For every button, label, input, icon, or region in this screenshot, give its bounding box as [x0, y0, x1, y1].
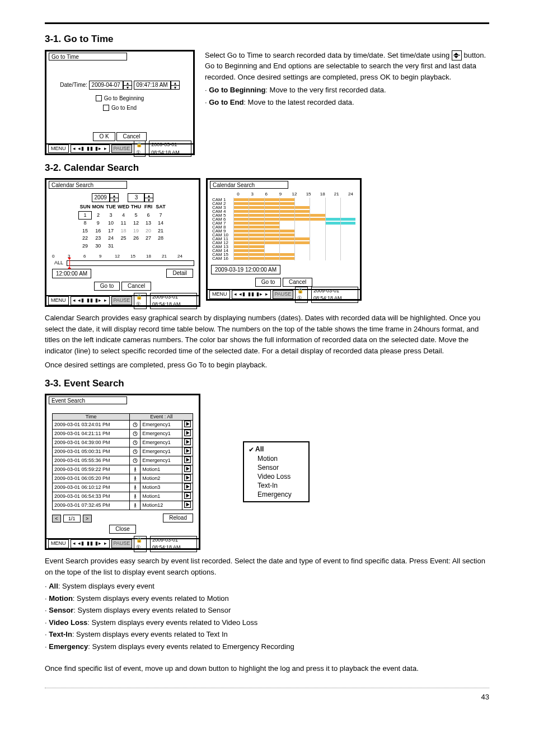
- filter-all[interactable]: All: [255, 445, 264, 453]
- top-rule: [45, 22, 489, 24]
- time-readout: 12:00:00 AM: [52, 269, 91, 278]
- svg-point-18: [134, 503, 135, 505]
- status-bar: MENU ◂ ◂▮ ▮▮ ▮▸ ▸ PAUSE 🔒① 2009-03-01 08…: [46, 538, 199, 548]
- event-filter-popup[interactable]: ✔All Motion Sensor Video Loss Text-In Em…: [243, 441, 310, 502]
- lock-icon: 🔒①: [134, 536, 147, 552]
- status-bar: MENU ◂ ◂▮ ▮▮ ▮▸ ▸ PAUSE 🔒① 2009-03-01 08…: [208, 289, 360, 299]
- time-spinner-icon[interactable]: ▴▾: [171, 81, 180, 90]
- status-bar: MENU ◂ ◂▮ ▮▮ ▮▸ ▸ PAUSE 🔒① 2009-03-01 08…: [46, 143, 193, 153]
- camera-timeline-chart: CAM 1CAM 2CAM 3CAM 4CAM 5CAM 6CAM 7CAM 8…: [210, 197, 358, 263]
- camera-hour-labels: 03691215182124: [231, 191, 358, 197]
- transport-controls[interactable]: ◂ ◂▮ ▮▮ ▮▸ ▸: [71, 296, 110, 305]
- filter-text-in[interactable]: Text-In: [249, 481, 292, 490]
- page-next-button[interactable]: >: [83, 515, 92, 522]
- year-field[interactable]: 2009: [92, 193, 110, 202]
- pause-indicator: PAUSE: [111, 144, 133, 153]
- cancel-button[interactable]: Cancel: [283, 278, 312, 287]
- status-bar: MENU ◂ ◂▮ ▮▮ ▮▸ ▸ PAUSE 🔒① 2009-03-01 08…: [46, 295, 199, 305]
- calendar-paragraph-2: Once desired settings are completed, pre…: [45, 360, 489, 371]
- goto-button[interactable]: Go to: [94, 282, 120, 291]
- transport-controls[interactable]: ◂ ◂▮ ▮▮ ▮▸ ▸: [71, 144, 110, 153]
- timeline-all-row[interactable]: ALL: [51, 260, 194, 267]
- menu-button[interactable]: MENU: [48, 144, 69, 153]
- goto-time-window: Go to Time Date/Time: 2009-04-07▴▾ 09:47…: [45, 50, 195, 155]
- reload-button[interactable]: Reload: [163, 514, 193, 522]
- footer-rule: [45, 688, 489, 688]
- goto-end-checkbox[interactable]: Go to End: [51, 104, 189, 112]
- lock-icon: 🔒①: [134, 293, 147, 309]
- check-icon: ✔: [249, 445, 254, 454]
- menu-button[interactable]: MENU: [48, 539, 69, 548]
- datetime-label: Date/Time:: [60, 82, 87, 88]
- transport-controls[interactable]: ◂ ◂▮ ▮▮ ▮▸ ▸: [232, 290, 271, 299]
- svg-point-14: [134, 486, 135, 487]
- month-spinner-icon[interactable]: ▴▾: [144, 193, 153, 202]
- transport-controls[interactable]: ◂ ◂▮ ▮▮ ▮▸ ▸: [71, 539, 110, 548]
- menu-button[interactable]: MENU: [48, 296, 69, 305]
- calendar-window-title: Calendar Search: [49, 181, 127, 189]
- event-paragraph-1: Event Search provides easy search by eve…: [45, 556, 489, 577]
- lock-icon: 🔒①: [134, 141, 146, 157]
- close-button[interactable]: Close: [109, 525, 136, 534]
- spinner-icon: [452, 50, 462, 60]
- filter-motion[interactable]: Motion: [249, 454, 292, 463]
- calendar-detail-window: Calendar Search 03691215182124 CAM 1CAM …: [206, 178, 362, 301]
- status-timestamp: 2009-03-01 08:54:18 AM: [311, 287, 358, 303]
- pause-indicator: PAUSE: [273, 290, 294, 299]
- goto-button[interactable]: Go to: [255, 278, 281, 287]
- cancel-button[interactable]: Cancel: [116, 132, 146, 141]
- status-timestamp: 2009-03-01 08:54:18 AM: [149, 141, 191, 157]
- status-timestamp: 2009-03-01 08:54:18 AM: [150, 536, 197, 552]
- event-bullet-list: All: System displays every eventMotion: …: [45, 581, 489, 652]
- pause-indicator: PAUSE: [111, 539, 133, 548]
- pause-indicator: PAUSE: [111, 296, 133, 305]
- svg-point-12: [134, 477, 135, 478]
- calendar-detail-title: Calendar Search: [210, 181, 288, 189]
- filter-video-loss[interactable]: Video Loss: [249, 472, 292, 481]
- heading-3-3: 3-3. Event Search: [45, 376, 489, 391]
- timeline-hour-labels: 03691215182124: [51, 253, 194, 260]
- status-timestamp: 2009-03-01 08:54:18 AM: [150, 293, 197, 309]
- calendar-search-window: Calendar Search 2009▴▾ 3▴▾ SUNMONTUEWEDT…: [45, 178, 200, 307]
- calendar-paragraph-1: Calendar Search provides easy graphical …: [45, 312, 489, 356]
- lock-icon: 🔒①: [295, 287, 308, 303]
- heading-3-2: 3-2. Calendar Search: [45, 161, 489, 175]
- page-indicator: 1/1: [63, 515, 81, 522]
- pager: < 1/1 >: [52, 515, 92, 522]
- year-spinner-icon[interactable]: ▴▾: [110, 193, 119, 202]
- cancel-button[interactable]: Cancel: [121, 282, 151, 291]
- heading-3-1: 3-1. Go to Time: [45, 32, 489, 46]
- goto-window-title: Go to Time: [49, 53, 127, 60]
- month-field[interactable]: 3: [128, 193, 144, 202]
- filter-sensor[interactable]: Sensor: [249, 463, 292, 472]
- event-paragraph-2: Once find specific list of event, move u…: [45, 663, 489, 674]
- filter-emergency[interactable]: Emergency: [249, 490, 292, 499]
- page-number: 43: [45, 692, 489, 703]
- event-search-window: Event Search TimeEvent : All2009-03-01 0…: [45, 394, 200, 550]
- svg-point-10: [134, 468, 135, 469]
- detail-button[interactable]: Detail: [166, 269, 193, 278]
- menu-button[interactable]: MENU: [209, 290, 230, 299]
- page-prev-button[interactable]: <: [52, 515, 61, 522]
- svg-point-16: [134, 494, 135, 496]
- goto-beginning-checkbox[interactable]: Go to Beginning: [51, 94, 189, 102]
- date-field[interactable]: 2009-04-07: [89, 81, 123, 90]
- calendar-grid[interactable]: SUNMONTUEWEDTHUFRISAT1234567891011121314…: [78, 203, 167, 250]
- detail-time-readout: 2009-03-19 12:00:00 AM: [211, 265, 280, 274]
- date-spinner-icon[interactable]: ▴▾: [123, 81, 132, 90]
- goto-description: Select Go to Time to search recorded dat…: [205, 50, 489, 109]
- ok-button[interactable]: O K: [93, 132, 115, 141]
- time-field[interactable]: 09:47:18 AM: [134, 81, 171, 90]
- event-window-title: Event Search: [49, 396, 127, 404]
- event-table[interactable]: TimeEvent : All2009-03-01 03:24:01 PMEme…: [52, 413, 193, 510]
- timeline-indicator[interactable]: [69, 260, 70, 267]
